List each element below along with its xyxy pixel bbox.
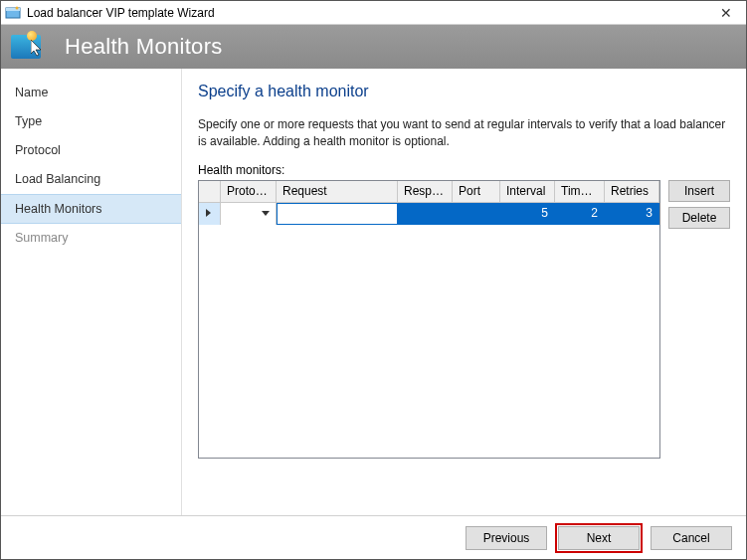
table-row[interactable]: 5 2 3: [199, 203, 659, 225]
page-heading: Specify a health monitor: [198, 83, 730, 100]
insert-button[interactable]: Insert: [668, 180, 730, 202]
svg-marker-3: [31, 40, 41, 56]
col-port[interactable]: Port: [453, 181, 500, 202]
col-interval[interactable]: Interval: [500, 181, 555, 202]
sidebar-item-protocol[interactable]: Protocol: [1, 136, 181, 165]
cursor-icon: [31, 40, 47, 60]
wizard-footer: Previous Next Cancel: [1, 515, 746, 559]
grid-label: Health monitors:: [198, 163, 730, 177]
col-retries[interactable]: Retries: [605, 181, 659, 202]
grid-side-buttons: Insert Delete: [668, 180, 730, 459]
sidebar-item-summary[interactable]: Summary: [1, 224, 181, 253]
banner-title: Health Monitors: [65, 34, 223, 60]
wizard-steps-sidebar: Name Type Protocol Load Balancing Health…: [1, 69, 182, 515]
cell-interval[interactable]: 5: [500, 203, 555, 225]
row-header-corner: [199, 181, 221, 202]
grid-area: Protocol Request Respo... Port Interval …: [198, 180, 730, 459]
chevron-down-icon: [262, 211, 270, 216]
sidebar-item-name[interactable]: Name: [1, 79, 181, 107]
col-timeout[interactable]: Time-...: [555, 181, 605, 202]
previous-button[interactable]: Previous: [466, 526, 547, 550]
cell-retries[interactable]: 3: [605, 203, 659, 225]
sidebar-item-health-monitors[interactable]: Health Monitors: [1, 194, 181, 224]
wizard-banner: Health Monitors: [1, 25, 746, 69]
cancel-button[interactable]: Cancel: [651, 526, 732, 550]
col-response[interactable]: Respo...: [398, 181, 453, 202]
next-button[interactable]: Next: [558, 526, 640, 550]
col-protocol[interactable]: Protocol: [221, 181, 277, 202]
cell-request-input[interactable]: [277, 203, 398, 225]
titlebar: Load balancer VIP template Wizard ✕: [1, 1, 746, 25]
close-icon[interactable]: ✕: [706, 1, 746, 25]
main-panel: Specify a health monitor Specify one or …: [182, 69, 746, 515]
sidebar-item-load-balancing[interactable]: Load Balancing: [1, 165, 181, 194]
cell-protocol-dropdown[interactable]: [221, 203, 277, 225]
cell-timeout[interactable]: 2: [555, 203, 605, 225]
window-title: Load balancer VIP template Wizard: [27, 6, 706, 20]
grid-header: Protocol Request Respo... Port Interval …: [199, 181, 659, 203]
wizard-window: Load balancer VIP template Wizard ✕ Heal…: [0, 0, 747, 560]
delete-button[interactable]: Delete: [668, 207, 730, 229]
svg-point-2: [16, 6, 19, 9]
sidebar-item-type[interactable]: Type: [1, 107, 181, 136]
wizard-body: Name Type Protocol Load Balancing Health…: [1, 69, 746, 515]
app-icon: [5, 5, 21, 21]
health-monitors-grid[interactable]: Protocol Request Respo... Port Interval …: [198, 180, 660, 459]
col-request[interactable]: Request: [277, 181, 398, 202]
next-button-highlight: Next: [555, 523, 643, 553]
cell-port[interactable]: [453, 203, 500, 225]
cell-response[interactable]: [398, 203, 453, 225]
row-selector-icon[interactable]: [199, 203, 221, 225]
page-description: Specify one or more requests that you wa…: [198, 116, 730, 151]
